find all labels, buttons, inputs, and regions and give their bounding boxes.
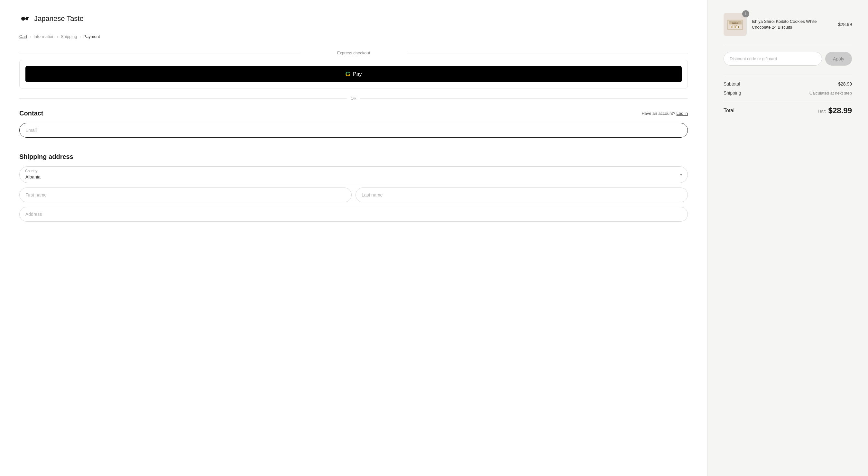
right-panel: SHIROI KOIBITO 1 Ishiya Shiroi Koibito C… [707,0,868,476]
totals-section: Subtotal $28.99 Shipping Calculated at n… [723,74,852,115]
logo: Japanese Taste [19,13,688,25]
svg-point-11 [738,26,739,28]
breadcrumb-sep-3: › [80,35,81,39]
product-image-wrapper: SHIROI KOIBITO 1 [723,13,747,36]
breadcrumb-sep-1: › [30,35,31,39]
last-name-field[interactable] [355,188,688,202]
address-field[interactable] [19,207,688,222]
shipping-address-section: Shipping address Country Albania United … [19,153,688,226]
contact-title: Contact [19,110,43,117]
svg-text:SHIROI: SHIROI [732,22,739,24]
first-name-field[interactable] [19,188,352,202]
country-wrapper: Country Albania United States Japan Unit… [19,166,688,183]
breadcrumb-information: Information [33,34,54,39]
subtotal-row: Subtotal $28.99 [723,82,852,87]
svg-point-9 [731,26,733,28]
total-currency: USD [818,110,826,114]
shipping-value: Calculated at next step [809,91,852,96]
name-row [19,188,688,202]
contact-header: Contact Have an account? Log in [19,110,688,117]
shipping-title: Shipping address [19,153,688,160]
total-row: Total USD $28.99 [723,101,852,115]
breadcrumb-cart[interactable]: Cart [19,34,27,39]
total-label: Total [723,108,735,114]
breadcrumb-sep-2: › [57,35,58,39]
shipping-row: Shipping Calculated at next step [723,90,852,96]
svg-point-10 [735,26,736,28]
product-info: Ishiya Shiroi Koibito Cookies White Choc… [752,19,833,30]
discount-row: Apply [723,52,852,66]
left-panel: Japanese Taste Cart › Information › Ship… [0,0,707,476]
breadcrumb: Cart › Information › Shipping › Payment [19,34,688,39]
or-divider: OR [19,96,688,101]
email-field[interactable] [19,123,688,138]
product-price: $28.99 [838,22,852,27]
product-quantity-badge: 1 [742,10,749,18]
gpay-button[interactable]: G Pay [25,66,682,82]
product-row: SHIROI KOIBITO 1 Ishiya Shiroi Koibito C… [723,13,852,44]
country-select[interactable]: Albania United States Japan United Kingd… [19,166,688,183]
gpay-g-icon: G [345,70,350,78]
breadcrumb-shipping: Shipping [61,34,77,39]
total-amount: $28.99 [829,106,852,115]
express-checkout-label: Express checkout [19,51,688,55]
login-link[interactable]: Log in [677,111,688,116]
gpay-label: Pay [353,71,362,77]
subtotal-value: $28.99 [838,82,852,87]
login-prompt: Have an account? Log in [642,111,688,116]
product-name: Ishiya Shiroi Koibito Cookies White Choc… [752,19,833,30]
contact-section: Contact Have an account? Log in [19,110,688,142]
discount-code-input[interactable] [723,52,822,66]
product-thumbnail: SHIROI KOIBITO [725,15,745,34]
breadcrumb-payment: Payment [83,34,100,39]
apply-button[interactable]: Apply [825,52,852,66]
shipping-label: Shipping [723,90,741,96]
brand-name: Japanese Taste [34,14,84,23]
subtotal-label: Subtotal [723,82,740,87]
logo-icon [19,13,31,25]
express-checkout-box: G Pay [19,60,688,89]
svg-point-0 [21,17,25,21]
total-value-group: USD $28.99 [818,106,852,115]
